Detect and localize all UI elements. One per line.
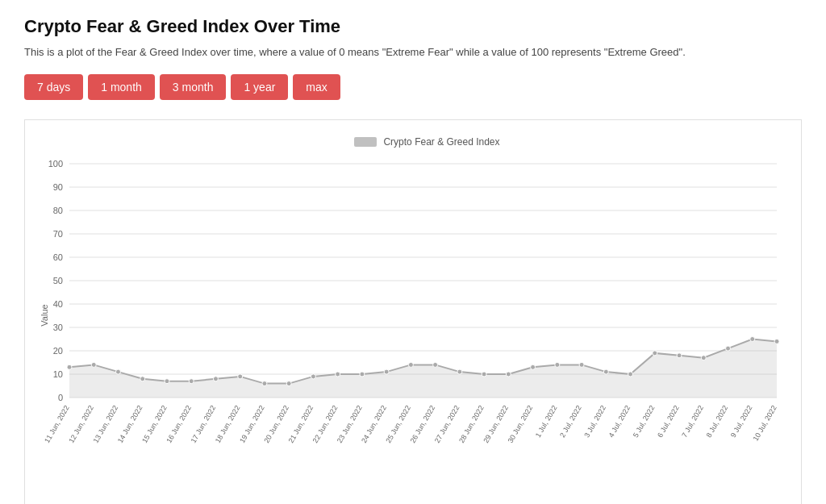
svg-point-53 (91, 363, 96, 368)
svg-point-58 (213, 377, 218, 381)
svg-point-64 (360, 372, 365, 377)
svg-text:8 Jul, 2022: 8 Jul, 2022 (705, 404, 730, 439)
svg-text:80: 80 (53, 206, 63, 215)
svg-text:4 Jul, 2022: 4 Jul, 2022 (607, 404, 632, 439)
svg-point-66 (408, 363, 413, 368)
svg-text:25 Jun, 2022: 25 Jun, 2022 (384, 404, 412, 444)
svg-point-72 (555, 363, 560, 368)
svg-text:20: 20 (53, 346, 63, 356)
svg-text:12 Jun, 2022: 12 Jun, 2022 (67, 404, 95, 444)
svg-point-75 (628, 372, 633, 377)
svg-text:26 Jun, 2022: 26 Jun, 2022 (409, 404, 437, 444)
svg-text:1 Jul, 2022: 1 Jul, 2022 (534, 404, 559, 439)
svg-text:0: 0 (58, 393, 63, 402)
svg-point-69 (482, 372, 486, 377)
time-filter-group: 7 days 1 month 3 month 1 year max (24, 74, 802, 100)
chart-legend: Crypto Fear & Greed Index (69, 136, 785, 148)
svg-point-57 (189, 379, 194, 384)
btn-3month[interactable]: 3 month (160, 74, 227, 100)
svg-text:16 Jun, 2022: 16 Jun, 2022 (165, 404, 193, 444)
svg-point-73 (579, 363, 584, 368)
page-subtitle: This is a plot of the Fear & Greed Index… (24, 45, 802, 60)
svg-text:20 Jun, 2022: 20 Jun, 2022 (262, 404, 290, 444)
svg-text:30 Jun, 2022: 30 Jun, 2022 (507, 404, 535, 444)
svg-text:5 Jul, 2022: 5 Jul, 2022 (632, 404, 657, 439)
svg-text:28 Jun, 2022: 28 Jun, 2022 (457, 404, 486, 444)
page-title: Crypto Fear & Greed Index Over Time (24, 16, 802, 37)
btn-1year[interactable]: 1 year (231, 74, 288, 100)
svg-text:10: 10 (53, 369, 63, 379)
svg-point-55 (140, 377, 145, 381)
svg-text:11 Jun, 2022: 11 Jun, 2022 (43, 404, 71, 444)
svg-point-70 (506, 372, 511, 377)
svg-text:21 Jun, 2022: 21 Jun, 2022 (286, 404, 315, 444)
svg-point-67 (433, 363, 438, 368)
svg-point-54 (115, 369, 120, 374)
legend-label: Crypto Fear & Greed Index (383, 136, 499, 148)
btn-max[interactable]: max (293, 74, 340, 100)
btn-1month[interactable]: 1 month (88, 74, 155, 100)
svg-point-76 (653, 351, 657, 356)
svg-text:19 Jun, 2022: 19 Jun, 2022 (238, 404, 266, 444)
svg-text:9 Jul, 2022: 9 Jul, 2022 (729, 404, 754, 439)
svg-text:7 Jul, 2022: 7 Jul, 2022 (680, 404, 705, 439)
svg-text:18 Jun, 2022: 18 Jun, 2022 (214, 404, 242, 444)
legend-color-swatch (354, 137, 377, 147)
svg-text:30: 30 (53, 323, 63, 332)
svg-text:6 Jul, 2022: 6 Jul, 2022 (656, 404, 681, 439)
svg-point-60 (262, 381, 267, 386)
svg-text:15 Jun, 2022: 15 Jun, 2022 (140, 404, 169, 444)
svg-text:27 Jun, 2022: 27 Jun, 2022 (433, 404, 461, 444)
line-chart: 010203040506070809010011 Jun, 202212 Jun… (69, 156, 785, 462)
svg-point-74 (603, 369, 608, 374)
svg-text:70: 70 (53, 229, 63, 239)
svg-point-59 (238, 374, 243, 379)
svg-point-52 (67, 364, 72, 369)
svg-text:60: 60 (53, 252, 63, 262)
svg-point-65 (384, 369, 389, 374)
svg-text:17 Jun, 2022: 17 Jun, 2022 (189, 404, 217, 444)
svg-point-71 (531, 364, 536, 369)
svg-point-77 (677, 353, 682, 358)
svg-text:2 Jul, 2022: 2 Jul, 2022 (558, 404, 583, 439)
svg-text:24 Jun, 2022: 24 Jun, 2022 (360, 404, 388, 444)
svg-point-61 (286, 381, 291, 386)
svg-point-78 (701, 356, 706, 360)
svg-text:14 Jun, 2022: 14 Jun, 2022 (116, 404, 144, 444)
svg-point-56 (165, 379, 169, 384)
svg-text:10 Jul, 2022: 10 Jul, 2022 (752, 404, 778, 442)
y-axis-label: Value (40, 305, 49, 327)
svg-text:29 Jun, 2022: 29 Jun, 2022 (482, 404, 510, 444)
svg-text:13 Jun, 2022: 13 Jun, 2022 (92, 404, 120, 444)
btn-7days[interactable]: 7 days (24, 74, 83, 100)
svg-point-63 (336, 372, 340, 377)
chart-container: Crypto Fear & Greed Index Value 01020304… (24, 119, 802, 504)
svg-point-80 (750, 337, 755, 342)
svg-text:22 Jun, 2022: 22 Jun, 2022 (311, 404, 340, 444)
svg-text:40: 40 (53, 299, 63, 309)
svg-text:3 Jul, 2022: 3 Jul, 2022 (582, 404, 607, 439)
svg-point-81 (774, 339, 779, 344)
svg-point-62 (311, 374, 315, 379)
svg-text:50: 50 (53, 276, 63, 285)
svg-text:100: 100 (48, 159, 63, 169)
svg-text:90: 90 (53, 182, 63, 192)
svg-text:23 Jun, 2022: 23 Jun, 2022 (336, 404, 364, 444)
svg-point-79 (726, 346, 731, 351)
svg-point-68 (457, 369, 462, 374)
